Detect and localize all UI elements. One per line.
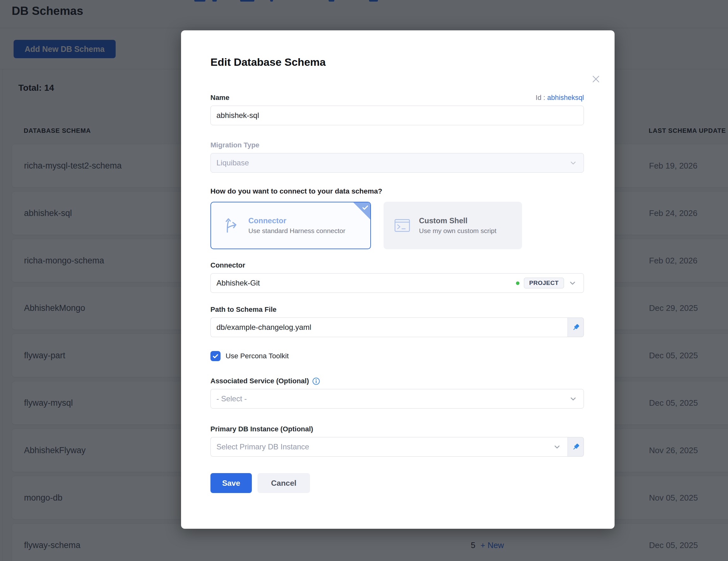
- connect-question-label: How do you want to connect to your data …: [210, 187, 584, 195]
- info-icon[interactable]: [312, 377, 320, 385]
- pin-icon: [572, 443, 580, 451]
- dialog-title: Edit Database Schema: [210, 56, 584, 68]
- id-value-link[interactable]: abhisheksql: [547, 94, 584, 101]
- associated-service-label: Associated Service (Optional): [210, 377, 309, 385]
- connector-option-subtitle: Use standard Harness connector: [248, 227, 345, 235]
- percona-toolkit-row: Use Percona Toolkit: [210, 351, 584, 361]
- associated-service-placeholder: - Select -: [216, 394, 247, 403]
- path-input-group: [210, 318, 584, 337]
- path-label: Path to Schema File: [210, 306, 584, 314]
- connector-value: Abhishek-Git: [216, 278, 260, 288]
- primary-db-instance-group: Select Primary DB Instance: [210, 437, 584, 457]
- chevron-down-icon: [569, 395, 577, 403]
- connector-option-card[interactable]: Connector Use standard Harness connector: [210, 202, 371, 249]
- migration-type-value: Liquibase: [216, 158, 249, 167]
- connection-options: Connector Use standard Harness connector: [210, 202, 584, 249]
- connector-label: Connector: [210, 261, 584, 269]
- connector-option-title: Connector: [248, 216, 345, 225]
- primary-db-instance-select[interactable]: Select Primary DB Instance: [210, 437, 567, 457]
- identifier-line: Id : abhisheksql: [536, 94, 584, 102]
- close-icon: [591, 74, 601, 84]
- pin-runtime-input-button[interactable]: [567, 437, 584, 457]
- chevron-down-icon: [568, 279, 577, 287]
- scope-badge: PROJECT: [524, 277, 564, 289]
- branch-arrows-icon: [222, 216, 240, 234]
- name-input[interactable]: [210, 106, 584, 125]
- custom-shell-option-title: Custom Shell: [419, 216, 496, 225]
- edit-database-schema-dialog: Edit Database Schema Name Id : abhisheks…: [181, 30, 615, 529]
- cancel-button[interactable]: Cancel: [258, 473, 310, 493]
- name-label: Name: [210, 94, 229, 102]
- migration-type-select: Liquibase: [210, 153, 584, 173]
- custom-shell-option-card[interactable]: Custom Shell Use my own custom script: [384, 202, 522, 249]
- migration-type-label: Migration Type: [210, 141, 584, 149]
- primary-db-instance-placeholder: Select Primary DB Instance: [216, 442, 309, 451]
- path-input[interactable]: [210, 318, 567, 337]
- check-icon: [212, 353, 219, 359]
- pin-runtime-input-button[interactable]: [567, 318, 584, 337]
- percona-toolkit-label: Use Percona Toolkit: [226, 352, 289, 360]
- save-button[interactable]: Save: [210, 473, 252, 493]
- close-button[interactable]: [590, 73, 602, 85]
- pin-icon: [572, 323, 580, 332]
- terminal-icon: [394, 218, 410, 232]
- custom-shell-option-subtitle: Use my own custom script: [419, 227, 496, 235]
- status-dot-icon: [516, 282, 519, 285]
- chevron-down-icon: [569, 159, 577, 167]
- associated-service-select[interactable]: - Select -: [210, 389, 584, 409]
- check-icon: [362, 204, 369, 212]
- primary-db-instance-label: Primary DB Instance (Optional): [210, 425, 584, 433]
- connector-select[interactable]: Abhishek-Git PROJECT: [210, 273, 584, 293]
- chevron-down-icon: [553, 443, 561, 451]
- percona-toolkit-checkbox[interactable]: [210, 351, 221, 361]
- id-prefix: Id :: [536, 94, 545, 101]
